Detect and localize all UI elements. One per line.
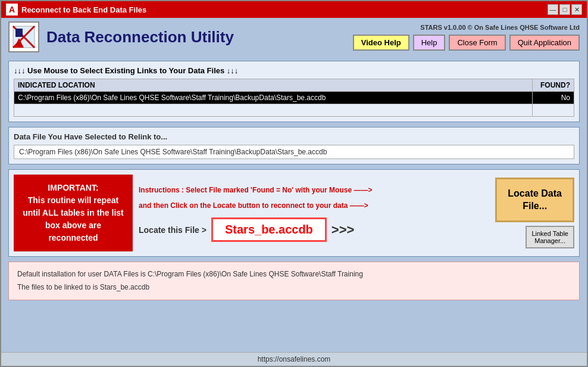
right-side: Locate DataFile... Linked TableManager..… <box>495 178 574 249</box>
arrow-icon: >>> <box>331 222 355 238</box>
selected-file-panel: Data File You Have Selected to Relink to… <box>8 127 580 164</box>
col-header-location: INDICATED LOCATION <box>14 79 533 92</box>
header-left: Data Reconnection Utility <box>8 21 234 52</box>
app-title: Data Reconnection Utility <box>46 28 234 46</box>
instructions-line1: Instructions : Select File marked 'Found… <box>139 184 489 196</box>
locate-label: Locate this File > <box>139 225 207 235</box>
locate-filename: Stars_be.accdb <box>211 217 327 242</box>
footer-url: https://onsafelines.com <box>258 355 331 363</box>
instructions-block: Instructions : Select File marked 'Found… <box>139 184 489 242</box>
footer: https://onsafelines.com <box>1 352 587 366</box>
title-bar: A Reconnect to Back End Data Files — □ ✕ <box>1 1 587 18</box>
linked-table-manager-button[interactable]: Linked TableManager... <box>526 226 574 248</box>
locate-row: Locate this File > Stars_be.accdb >>> <box>139 217 489 242</box>
instructions-line2: and then Click on the Locate button to r… <box>139 200 489 212</box>
header-right: STARS v1.0.00 © On Safe Lines QHSE Softw… <box>353 24 580 51</box>
important-title: IMPORTANT: <box>20 182 127 194</box>
title-bar-left: A Reconnect to Back End Data Files <box>6 4 146 15</box>
important-body: This routine will repeat until ALL table… <box>20 194 127 244</box>
help-button[interactable]: Help <box>413 35 446 51</box>
close-button[interactable]: ✕ <box>571 4 582 15</box>
file-list-table: INDICATED LOCATION FOUND? C:\Program Fil… <box>14 79 574 117</box>
action-panel: IMPORTANT: This routine will repeat unti… <box>8 169 580 257</box>
selected-file-value: C:\Program Files (x86)\On Safe Lines QHS… <box>14 145 574 159</box>
main-window: A Reconnect to Back End Data Files — □ ✕… <box>0 0 588 367</box>
logo-box <box>8 21 39 52</box>
quit-button[interactable]: Quit Application <box>509 35 580 51</box>
info-line2: The files to be linked to is Stars_be.ac… <box>17 281 571 294</box>
minimize-button[interactable]: — <box>548 4 558 15</box>
file-location-cell: C:\Program Files (x86)\On Safe Lines QHS… <box>14 92 533 104</box>
main-content: ↓↓↓ Use Mouse to Select Existing Links t… <box>1 56 587 352</box>
svg-rect-3 <box>15 29 23 37</box>
important-box: IMPORTANT: This routine will repeat unti… <box>14 175 133 251</box>
locate-data-file-button[interactable]: Locate DataFile... <box>495 178 574 223</box>
close-form-button[interactable]: Close Form <box>449 35 505 51</box>
selected-file-label: Data File You Have Selected to Relink to… <box>14 132 574 141</box>
title-bar-controls: — □ ✕ <box>548 4 582 15</box>
header-buttons: Video Help Help Close Form Quit Applicat… <box>353 35 580 51</box>
version-info: STARS v1.0.00 © On Safe Lines QHSE Softw… <box>420 24 580 31</box>
table-row[interactable]: C:\Program Files (x86)\On Safe Lines QHS… <box>14 92 574 104</box>
restore-button[interactable]: □ <box>559 4 570 15</box>
info-panel: Default installation for user DATA Files… <box>8 262 580 300</box>
window-title: Reconnect to Back End Data Files <box>21 5 146 14</box>
video-help-button[interactable]: Video Help <box>353 35 409 51</box>
header-area: Data Reconnection Utility STARS v1.0.00 … <box>1 18 587 56</box>
col-header-found: FOUND? <box>533 79 574 92</box>
instruction-text: ↓↓↓ Use Mouse to Select Existing Links t… <box>14 66 574 75</box>
table-row-empty <box>14 104 574 117</box>
action-row: IMPORTANT: This routine will repeat unti… <box>14 175 574 251</box>
app-icon: A <box>6 4 18 15</box>
info-line1: Default installation for user DATA Files… <box>17 268 571 281</box>
found-status-cell: No <box>533 92 574 104</box>
upper-panel: ↓↓↓ Use Mouse to Select Existing Links t… <box>8 61 580 122</box>
